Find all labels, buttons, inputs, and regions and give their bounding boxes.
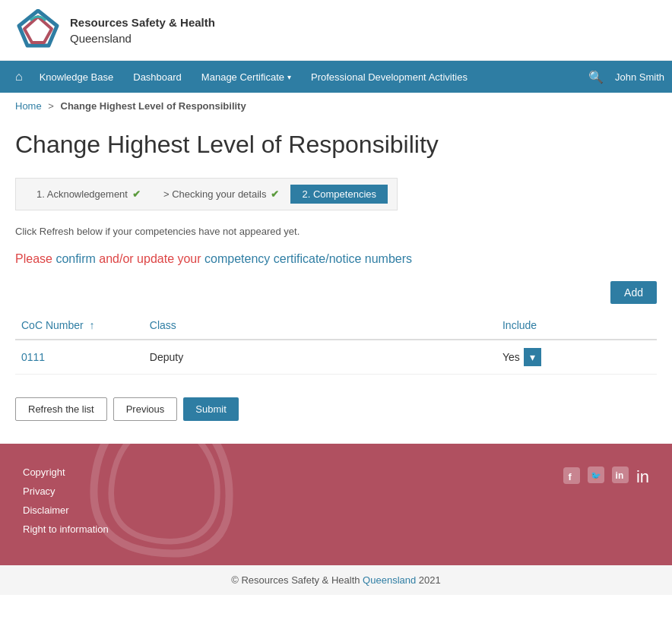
cell-class: Deputy: [144, 340, 496, 375]
nav-items: Knowledge Base Dashboard Manage Certific…: [30, 61, 588, 93]
step-checking: > Checking your details ✔: [152, 185, 291, 204]
svg-text:🐦: 🐦: [591, 470, 601, 481]
previous-button[interactable]: Previous: [113, 397, 178, 421]
breadcrumb-home[interactable]: Home: [15, 100, 42, 112]
nav-right: 🔍 John Smith: [588, 70, 664, 84]
step-1-check: ✔: [132, 188, 141, 200]
org-name: Resources Safety & Health Queensland: [70, 14, 215, 46]
footer-bottom: © Resources Safety & Health Queensland 2…: [0, 565, 672, 595]
step-2-label: 2. Competencies: [302, 188, 376, 200]
step-competencies: 2. Competencies: [290, 185, 388, 204]
nav-item-professional-dev[interactable]: Professional Development Activities: [302, 61, 477, 93]
manage-cert-arrow: ▾: [287, 73, 291, 81]
cell-coc-number: 0111: [15, 340, 144, 375]
main-content: Change Highest Level of Responsibility 1…: [0, 119, 672, 444]
user-name[interactable]: John Smith: [615, 71, 664, 83]
bottom-buttons: Refresh the list Previous Submit: [15, 397, 657, 421]
steps-bar: 1. Acknowledgement ✔ > Checking your det…: [15, 178, 398, 210]
table-row: 0111 Deputy Yes ▾: [15, 340, 657, 375]
include-dropdown: Yes ▾: [502, 348, 651, 366]
logo-icon: [15, 9, 61, 51]
page-title: Change Highest Level of Responsibility: [15, 131, 657, 159]
nav-bar: ⌂ Knowledge Base Dashboard Manage Certif…: [0, 61, 672, 93]
step-1-label: 1. Acknowledgement: [36, 188, 128, 200]
facebook-icon[interactable]: f: [563, 467, 580, 488]
table-body: 0111 Deputy Yes ▾: [15, 340, 657, 375]
footer: Copyright Privacy Disclaimer Right to in…: [0, 444, 672, 565]
table-header: CoC Number ↑ Class Include: [15, 312, 657, 340]
breadcrumb: Home > Change Highest Level of Responsib…: [0, 93, 672, 119]
footer-link-disclaimer[interactable]: Disclaimer: [23, 504, 649, 516]
breadcrumb-separator: >: [48, 100, 56, 112]
refresh-button[interactable]: Refresh the list: [15, 397, 107, 421]
nav-item-dashboard[interactable]: Dashboard: [124, 61, 191, 93]
step-checking-check: ✔: [271, 188, 279, 200]
header: Resources Safety & Health Queensland: [0, 0, 672, 61]
linkedin-icon[interactable]: in: [636, 467, 649, 487]
footer-social: f 🐦 in in: [563, 466, 649, 488]
include-value: Yes: [502, 351, 520, 363]
twitter-icon[interactable]: in: [612, 466, 629, 488]
breadcrumb-current: Change Highest Level of Responsibility: [61, 100, 246, 112]
footer-copyright-text: © Resources Safety & Health Queensland 2…: [231, 574, 441, 586]
info-text: Click Refresh below if your competencies…: [15, 226, 657, 237]
col-header-coc[interactable]: CoC Number ↑: [15, 312, 144, 340]
nav-home-icon[interactable]: ⌂: [8, 70, 30, 84]
add-button[interactable]: Add: [610, 281, 657, 304]
col-header-include: Include: [496, 312, 657, 340]
submit-button[interactable]: Submit: [183, 397, 238, 421]
svg-text:in: in: [615, 470, 623, 481]
search-icon[interactable]: 🔍: [588, 70, 604, 84]
confirm-text: Please confirm and/or update your compet…: [15, 252, 657, 266]
step-acknowledgement: 1. Acknowledgement ✔: [25, 185, 152, 204]
footer-link-copyright[interactable]: Copyright: [23, 466, 649, 478]
svg-text:f: f: [568, 470, 572, 482]
nav-item-knowledge-base[interactable]: Knowledge Base: [30, 61, 123, 93]
coc-sort-arrow: ↑: [90, 319, 95, 331]
footer-qld-link[interactable]: Queensland: [363, 574, 416, 586]
svg-rect-0: [563, 467, 580, 484]
competency-table: CoC Number ↑ Class Include 0111 Deputy Y…: [15, 312, 657, 375]
add-button-row: Add: [15, 281, 657, 304]
footer-links: Copyright Privacy Disclaimer Right to in…: [23, 466, 649, 535]
logo-wrapper: Resources Safety & Health Queensland: [15, 9, 215, 51]
footer-link-right-to-info[interactable]: Right to information: [23, 523, 649, 535]
nav-item-manage-certificate[interactable]: Manage Certificate ▾: [192, 61, 300, 93]
facebook-icon-box[interactable]: 🐦: [588, 466, 604, 488]
confirm-text-content: Please confirm and/or update your compet…: [15, 252, 412, 265]
step-checking-label: > Checking your details: [163, 188, 267, 200]
include-dropdown-button[interactable]: ▾: [524, 348, 541, 366]
col-header-class: Class: [144, 312, 496, 340]
cell-include: Yes ▾: [496, 340, 657, 375]
footer-link-privacy[interactable]: Privacy: [23, 485, 649, 497]
